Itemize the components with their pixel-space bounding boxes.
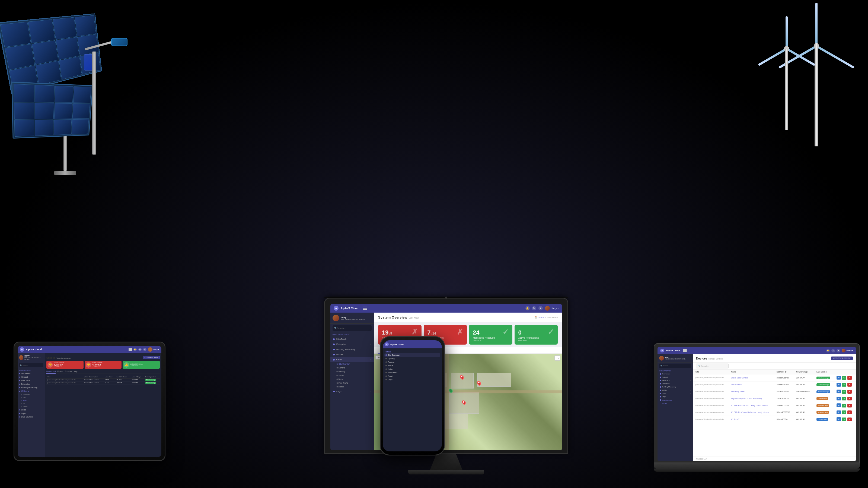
mb-delete-button[interactable]: ✕ xyxy=(847,397,852,400)
mb-nav-building[interactable]: Building Monitoring xyxy=(657,385,693,389)
stat-card-notifications: 0 ✓ Active Notifications View all ⊕ xyxy=(515,325,558,345)
mb-star-icon[interactable]: ★ xyxy=(837,349,840,352)
mb-view-button[interactable]: 👁 xyxy=(837,383,841,387)
sidebar-subitem-waste[interactable]: ⊙ Waste xyxy=(330,373,374,378)
ipad-nav-gas[interactable]: ⊙ Gas xyxy=(18,396,45,399)
ipad-nav-utilities[interactable]: Utilities ∨ xyxy=(18,389,45,393)
iphone-nav-logix[interactable]: Logix xyxy=(384,378,440,382)
mb-nav-minetrack[interactable]: MineTrack › xyxy=(657,379,693,382)
mb-view-button[interactable]: 👁 xyxy=(837,417,841,421)
ipad-nav-hotspot[interactable]: Hotspot xyxy=(18,375,45,379)
iphone-nav-waste[interactable]: Waste xyxy=(384,364,440,367)
mb-view-button[interactable]: 👁 xyxy=(837,411,841,414)
sidebar-subitem-roads[interactable]: ⊙ Roads xyxy=(330,385,374,389)
iphone-nav-roads[interactable]: Roads xyxy=(384,375,440,378)
mb-nav-hotspot[interactable]: Hotspot xyxy=(657,376,693,379)
sidebar-item-building[interactable]: Building Monitoring xyxy=(330,347,374,352)
iphone-nav-parking[interactable]: Parking xyxy=(384,360,440,364)
iphone-nav-city-overview[interactable]: City Overview xyxy=(384,353,440,357)
register-device-button[interactable]: REGISTER DEVICE xyxy=(831,357,853,360)
ipad-nav-water[interactable]: ⊙ Water xyxy=(18,399,45,402)
sidebar-item-enterprise[interactable]: Enterprise › xyxy=(330,341,374,347)
iphone-nav-lighting[interactable]: Lighting xyxy=(384,357,440,360)
ipad-tab-map[interactable]: Map xyxy=(74,370,78,373)
sidebar-subitem-lighting[interactable]: ⊙ Lighting xyxy=(330,366,374,370)
mb-delete-button[interactable]: ✕ xyxy=(847,383,852,387)
mb-delete-button[interactable]: ✕ xyxy=(847,390,852,394)
sidebar-subitem-foot-traffic[interactable]: ⊙ Foot Traffic xyxy=(330,381,374,385)
ipad-notification-icon[interactable]: 🔔 xyxy=(133,348,137,351)
sidebar-item-cities[interactable]: Cities ∨ xyxy=(330,357,374,362)
mb-nav-logix[interactable]: Logix › xyxy=(657,395,693,398)
ipad-hamburger[interactable] xyxy=(129,348,132,351)
stat-messages-viewall[interactable]: View all ⊕ xyxy=(473,340,508,342)
mb-edit-button[interactable]: ✎ xyxy=(842,404,846,408)
fullscreen-button[interactable]: ⛶ xyxy=(554,355,560,361)
mb-sidebar-search[interactable]: 🔍 Search... xyxy=(659,364,691,368)
breadcrumb-home[interactable]: Home xyxy=(538,316,544,319)
mb-edit-button[interactable]: ✎ xyxy=(842,376,846,380)
ipad-tab-forecast[interactable]: Forecast xyxy=(65,370,72,373)
ipad-nav-minetrack[interactable]: MineTrack xyxy=(18,379,45,382)
mb-edit-button[interactable]: ✎ xyxy=(842,397,846,400)
ipad-nav-dashboard[interactable]: Dashboard xyxy=(18,372,45,375)
ipad-tab-meters[interactable]: Meters xyxy=(57,370,63,373)
ipad-table-row-2: [Innovation] Product Development Labs Se… xyxy=(46,382,160,384)
mb-refresh-icon[interactable]: ↻ xyxy=(831,349,835,352)
stat-notifications-viewall[interactable]: View all ⊕ xyxy=(518,340,554,342)
ipad-star-icon[interactable]: ★ xyxy=(143,348,147,351)
ipad-refresh-icon[interactable]: ↻ xyxy=(138,348,142,351)
ipad-nav-steam[interactable]: ⊙ Steam xyxy=(18,405,45,408)
mb-edit-button[interactable]: ✎ xyxy=(842,390,846,394)
ipad-nav-data-sources[interactable]: Data Sources xyxy=(18,415,45,419)
hamburger-icon[interactable] xyxy=(363,306,367,310)
sidebar-item-minetrack[interactable]: MineTrack xyxy=(330,336,374,341)
mb-hamburger-icon[interactable] xyxy=(683,349,687,352)
mb-view-button[interactable]: 👁 xyxy=(837,403,841,407)
ipad-connect-button[interactable]: # Connect a Meter xyxy=(143,356,160,359)
mb-nav-cities[interactable]: Cities › xyxy=(657,392,693,395)
breadcrumb: 🏠 Home / Dashboard xyxy=(535,316,558,319)
refresh-icon[interactable]: ↻ xyxy=(532,306,536,311)
mb-nav-dashboard[interactable]: Dashboard xyxy=(657,372,693,376)
ipad-nav-air[interactable]: ⊙ Air xyxy=(18,402,45,405)
sidebar-search[interactable]: 🔍 Search... xyxy=(333,325,372,331)
ipad-user-menu[interactable]: Harry ▾ xyxy=(148,347,159,352)
sidebar-item-utilities[interactable]: Utilities › xyxy=(330,352,374,357)
ipad-nav-logix[interactable]: Logix xyxy=(18,412,45,415)
mb-view-button[interactable]: 👁 xyxy=(837,376,841,380)
mb-device-search[interactable]: 🔍 Search... xyxy=(696,364,728,368)
mb-nav-utilities[interactable]: Utilities › xyxy=(657,389,693,392)
mb-notification-icon[interactable]: 🔔 xyxy=(826,349,830,352)
ipad-nav-electricity[interactable]: ⊙ Electricity xyxy=(18,393,45,396)
mb-nav-enterprise[interactable]: Enterprise › xyxy=(657,382,693,385)
mb-user-menu[interactable]: Harry ▾ xyxy=(842,349,854,352)
notification-icon[interactable]: 🔔 xyxy=(525,306,530,311)
mb-view-button[interactable]: 👁 xyxy=(837,390,841,393)
iphone-logo: α xyxy=(385,343,389,346)
mb-delete-button[interactable]: ✕ xyxy=(847,411,852,414)
sidebar-subitem-parking[interactable]: ⊙ Parking xyxy=(330,370,374,373)
mb-delete-button[interactable]: ✕ xyxy=(847,404,852,408)
ipad-tab-dashboard[interactable]: Dashboard xyxy=(46,370,56,373)
ipad-nav-cities[interactable]: Cities xyxy=(18,408,45,412)
stat-sensors-number: 7/14 ✗ xyxy=(428,327,463,336)
mb-edit-button[interactable]: ✎ xyxy=(842,411,846,414)
iphone-nav-foot-traffic[interactable]: Foot Traffic xyxy=(384,371,440,375)
mb-edit-button[interactable]: ✎ xyxy=(842,383,846,387)
mb-edit-button[interactable]: ✎ xyxy=(842,418,846,421)
mb-nav-sql[interactable]: ⊙ SQL xyxy=(657,402,693,405)
mb-view-button[interactable]: 👁 xyxy=(837,397,841,400)
iphone-nav-noise[interactable]: Noise xyxy=(384,367,440,371)
sidebar-item-logix[interactable]: Logix › xyxy=(330,389,374,394)
mb-nav-data-sources[interactable]: Data Sources ∨ xyxy=(657,398,693,402)
user-menu[interactable]: Harry ▾ xyxy=(545,306,559,311)
sidebar-subitem-city-overview[interactable]: ⊙ City Overview xyxy=(330,362,374,366)
ipad-nav-building[interactable]: Building Monitoring xyxy=(18,386,45,389)
sidebar-subitem-noise[interactable]: ⊙ Noise xyxy=(330,378,374,381)
mb-delete-button[interactable]: ✕ xyxy=(847,418,852,421)
ipad-nav-enterprise[interactable]: Enterprise xyxy=(18,382,45,386)
ipad-sidebar-search[interactable]: 🔍 Search... xyxy=(19,363,43,367)
star-icon[interactable]: ★ xyxy=(538,306,543,311)
mb-delete-button[interactable]: ✕ xyxy=(847,376,852,380)
